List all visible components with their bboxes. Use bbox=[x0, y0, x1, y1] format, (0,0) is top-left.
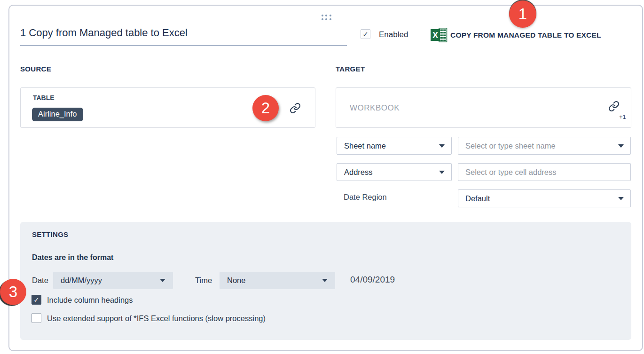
address-field-selector[interactable]: Address bbox=[337, 163, 452, 181]
cell-address-input[interactable]: Select or type cell address bbox=[458, 163, 631, 181]
date-label: Date bbox=[32, 276, 48, 285]
title-underline bbox=[20, 45, 347, 46]
include-column-headings-label: Include column headings bbox=[47, 296, 133, 305]
date-region-value: Default bbox=[465, 194, 490, 203]
source-heading: SOURCE bbox=[20, 65, 51, 73]
action-type-label: COPY FROM MANAGED TABLE TO EXCEL bbox=[450, 31, 601, 39]
chevron-down-icon bbox=[160, 279, 165, 282]
extended-support-checkbox[interactable] bbox=[31, 313, 41, 323]
chevron-down-icon bbox=[618, 197, 624, 200]
sheet-field-label: Sheet name bbox=[344, 142, 386, 150]
sample-date-preview: 04/09/2019 bbox=[350, 275, 395, 285]
date-format-value: dd/MM/yyyy bbox=[61, 276, 102, 285]
link-icon[interactable] bbox=[608, 101, 620, 114]
chevron-down-icon bbox=[439, 144, 445, 148]
grip-dots-icon[interactable] bbox=[322, 15, 332, 21]
annotation-badge-3: 3 bbox=[0, 279, 26, 305]
source-table-label: TABLE bbox=[33, 94, 55, 102]
extended-support-label: Use extended support of *IFS Excel funct… bbox=[47, 314, 266, 323]
chevron-down-icon bbox=[618, 144, 624, 148]
target-heading: TARGET bbox=[336, 65, 365, 73]
enabled-checkbox[interactable]: ✓ bbox=[361, 29, 370, 39]
settings-heading: SETTINGS bbox=[32, 230, 68, 238]
sheet-name-select[interactable]: Select or type sheet name bbox=[458, 137, 631, 155]
date-format-select[interactable]: dd/MM/yyyy bbox=[53, 272, 173, 289]
chevron-down-icon bbox=[322, 279, 328, 282]
excel-icon: X bbox=[431, 28, 448, 44]
time-label: Time bbox=[195, 276, 212, 285]
cell-address-placeholder: Select or type cell address bbox=[465, 168, 557, 177]
sheet-field-selector[interactable]: Sheet name bbox=[337, 137, 452, 155]
dates-format-heading: Dates are in the format bbox=[32, 253, 113, 262]
step-title[interactable]: 1 Copy from Managed table to Excel bbox=[20, 27, 188, 39]
svg-text:X: X bbox=[432, 31, 438, 40]
date-region-label: Date Region bbox=[344, 193, 387, 202]
sheet-name-placeholder: Select or type sheet name bbox=[465, 142, 556, 150]
enabled-label: Enabled bbox=[379, 30, 408, 39]
workbook-placeholder: WORKBOOK bbox=[350, 103, 400, 113]
link-count-badge: +1 bbox=[619, 113, 626, 120]
source-table-chip[interactable]: Airline_Info bbox=[32, 108, 83, 121]
annotation-badge-1: 1 bbox=[509, 0, 536, 28]
chevron-down-icon bbox=[439, 171, 445, 174]
check-icon: ✓ bbox=[362, 30, 369, 39]
address-field-label: Address bbox=[344, 168, 373, 177]
check-icon: ✓ bbox=[33, 296, 39, 304]
time-format-value: None bbox=[227, 276, 245, 285]
date-region-select[interactable]: Default bbox=[458, 189, 631, 207]
include-column-headings-checkbox[interactable]: ✓ bbox=[31, 295, 41, 305]
annotation-badge-2: 2 bbox=[252, 95, 279, 121]
time-format-select[interactable]: None bbox=[220, 272, 335, 289]
link-icon[interactable] bbox=[290, 102, 301, 116]
